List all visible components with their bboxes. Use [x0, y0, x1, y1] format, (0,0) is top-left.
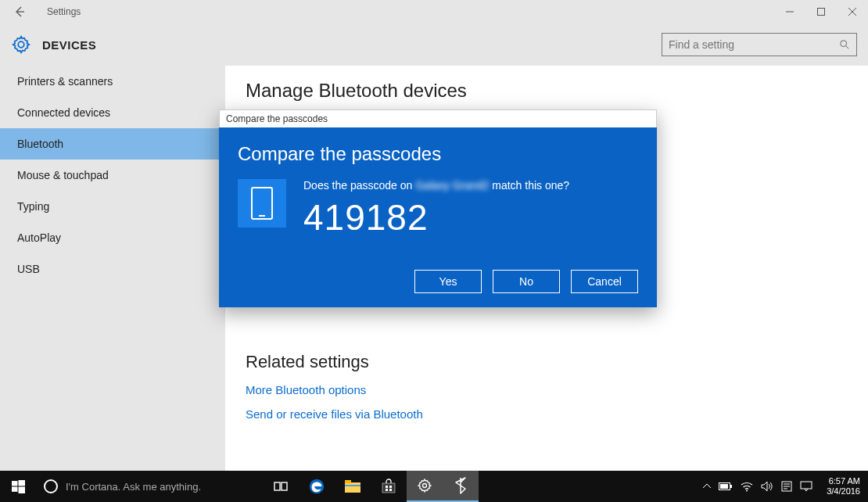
svg-rect-18	[389, 486, 392, 488]
svg-rect-16	[382, 483, 395, 493]
svg-rect-1	[818, 9, 825, 16]
dialog-message: Does the passcode on Galaxy Grand2 match…	[303, 179, 638, 192]
device-name: Galaxy Grand2	[415, 179, 489, 192]
sidebar-item-typing[interactable]: Typing	[0, 191, 225, 222]
system-tray[interactable]	[703, 481, 819, 492]
wifi-icon[interactable]	[741, 482, 753, 492]
cancel-button[interactable]: Cancel	[571, 270, 638, 293]
svg-point-2	[841, 41, 847, 47]
svg-rect-8	[12, 486, 17, 491]
section-title: DEVICES	[42, 38, 96, 52]
related-settings-heading: Related settings	[246, 352, 848, 372]
svg-point-21	[423, 484, 427, 488]
no-button[interactable]: No	[493, 270, 560, 293]
sidebar-item-label: Typing	[17, 200, 49, 213]
svg-rect-7	[18, 480, 25, 486]
chevron-up-icon[interactable]	[703, 482, 711, 490]
taskbar-app-store[interactable]	[371, 471, 407, 502]
battery-icon[interactable]	[719, 482, 733, 491]
taskbar-app-file-explorer[interactable]	[335, 471, 371, 502]
link-send-receive-files[interactable]: Send or receive files via Bluetooth	[246, 407, 848, 421]
cortana-icon	[44, 479, 58, 493]
window-title: Settings	[47, 6, 81, 17]
search-icon	[839, 39, 850, 50]
sidebar-item-label: Connected devices	[17, 106, 110, 119]
svg-point-25	[746, 489, 748, 491]
svg-rect-6	[12, 481, 17, 486]
svg-rect-30	[801, 482, 812, 489]
phone-icon	[238, 179, 286, 228]
dialog-titlebar: Compare the passcodes	[219, 109, 657, 127]
cortana-search[interactable]: I'm Cortana. Ask me anything.	[36, 471, 263, 502]
settings-header: DEVICES	[0, 23, 868, 66]
svg-rect-11	[282, 482, 287, 490]
svg-line-3	[846, 46, 849, 49]
time: 6:57 AM	[827, 476, 860, 486]
action-center-icon[interactable]	[800, 481, 812, 492]
svg-rect-19	[386, 489, 388, 491]
sidebar-item-bluetooth[interactable]: Bluetooth	[0, 128, 225, 160]
sidebar-item-connected-devices[interactable]: Connected devices	[0, 97, 225, 128]
start-button[interactable]	[0, 471, 36, 502]
sidebar: Printers & scanners Connected devices Bl…	[0, 66, 225, 471]
task-view-button[interactable]	[263, 471, 299, 502]
svg-rect-15	[345, 485, 360, 486]
window-controls	[774, 0, 868, 23]
svg-rect-14	[345, 480, 351, 483]
passcode: 419182	[303, 196, 638, 238]
sidebar-item-usb[interactable]: USB	[0, 253, 225, 285]
svg-rect-20	[389, 489, 392, 491]
svg-rect-24	[720, 484, 728, 489]
svg-rect-4	[252, 188, 272, 219]
back-button[interactable]	[8, 5, 31, 18]
sidebar-item-printers[interactable]: Printers & scanners	[0, 66, 225, 97]
sidebar-item-label: USB	[17, 263, 40, 275]
sidebar-item-mouse-touchpad[interactable]: Mouse & touchpad	[0, 160, 225, 191]
svg-rect-10	[274, 482, 280, 490]
dialog-heading: Compare the passcodes	[238, 143, 638, 165]
taskbar: I'm Cortana. Ask me anything.	[0, 471, 868, 502]
page-heading: Manage Bluetooth devices	[246, 80, 848, 102]
notes-icon[interactable]	[781, 481, 792, 492]
svg-rect-9	[18, 486, 25, 493]
taskbar-app-bluetooth[interactable]	[443, 471, 479, 502]
gear-icon	[11, 34, 31, 55]
sidebar-item-label: Printers & scanners	[17, 75, 113, 88]
sidebar-item-label: Bluetooth	[17, 138, 63, 150]
yes-button[interactable]: Yes	[414, 270, 482, 293]
search-box[interactable]	[662, 33, 857, 56]
search-input[interactable]	[669, 38, 839, 51]
close-button[interactable]	[837, 0, 868, 23]
window-titlebar: Settings	[0, 0, 868, 23]
date: 3/4/2016	[827, 486, 860, 497]
sidebar-item-label: Mouse & touchpad	[17, 169, 109, 181]
svg-rect-23	[730, 485, 732, 488]
taskbar-app-settings[interactable]	[407, 471, 443, 502]
clock[interactable]: 6:57 AM 3/4/2016	[819, 476, 868, 497]
link-more-bluetooth-options[interactable]: More Bluetooth options	[246, 383, 848, 396]
svg-rect-13	[345, 482, 360, 493]
minimize-button[interactable]	[774, 0, 805, 23]
volume-icon[interactable]	[761, 481, 773, 492]
taskbar-app-edge[interactable]	[299, 471, 335, 502]
svg-rect-17	[386, 486, 388, 488]
sidebar-item-label: AutoPlay	[17, 231, 61, 244]
maximize-button[interactable]	[805, 0, 837, 23]
compare-passcodes-dialog: Compare the passcodes Compare the passco…	[219, 109, 657, 307]
cortana-placeholder: I'm Cortana. Ask me anything.	[66, 481, 201, 493]
sidebar-item-autoplay[interactable]: AutoPlay	[0, 222, 225, 253]
